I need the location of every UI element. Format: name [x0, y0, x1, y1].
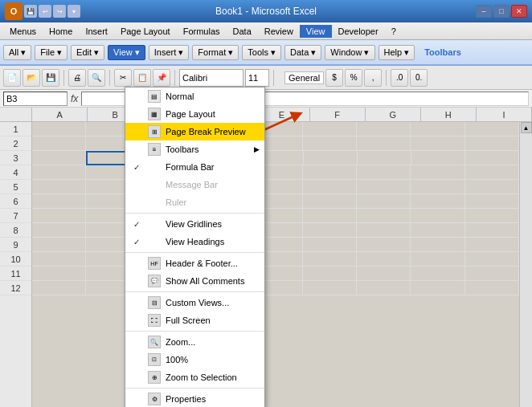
cell-f1[interactable] — [303, 122, 357, 136]
cell-h12[interactable] — [411, 281, 464, 295]
cell-a5[interactable] — [32, 180, 86, 194]
cell-i3[interactable] — [465, 151, 519, 165]
name-box[interactable]: B3 — [3, 92, 68, 106]
cell-h7[interactable] — [411, 209, 464, 223]
menu-item-zoom100[interactable]: ⊡ 100% — [125, 351, 264, 368]
cell-f11[interactable] — [303, 267, 357, 281]
menu-item-show-comments[interactable]: 💬 Show All Comments — [125, 272, 264, 290]
cell-f3[interactable] — [304, 151, 358, 165]
menu-page-layout[interactable]: Page Layout — [114, 25, 177, 38]
ribbon-format[interactable]: Format ▾ — [192, 45, 239, 60]
menu-help[interactable]: ? — [385, 25, 403, 38]
col-header-h[interactable]: H — [421, 108, 477, 121]
undo-icon[interactable]: ↩ — [39, 5, 51, 18]
cell-g6[interactable] — [357, 194, 411, 209]
cell-a11[interactable] — [32, 267, 86, 281]
cell-i10[interactable] — [465, 252, 519, 267]
office-button[interactable]: O — [5, 2, 23, 20]
scroll-up-btn[interactable]: ▲ — [521, 122, 532, 133]
menu-item-normal[interactable]: ▤ Normal — [125, 88, 264, 105]
cell-f10[interactable] — [303, 252, 357, 267]
redo-icon[interactable]: ↪ — [53, 5, 66, 18]
cell-a2[interactable] — [32, 136, 86, 151]
cell-h1[interactable] — [411, 122, 464, 136]
menu-data[interactable]: Data — [227, 25, 258, 38]
ribbon-view[interactable]: View ▾ — [108, 45, 145, 60]
cell-f12[interactable] — [303, 281, 357, 295]
menu-item-view-gridlines[interactable]: ✓ View Gridlines — [125, 215, 264, 233]
menu-insert[interactable]: Insert — [79, 25, 114, 38]
cell-a4[interactable] — [32, 165, 86, 180]
cut-btn[interactable]: ✂ — [114, 69, 132, 87]
cell-a10[interactable] — [32, 252, 86, 267]
col-header-f[interactable]: F — [310, 108, 366, 121]
ribbon-file[interactable]: File ▾ — [35, 45, 68, 60]
minimize-button[interactable]: – — [476, 5, 492, 18]
ribbon-insert[interactable]: Insert ▾ — [149, 45, 190, 60]
menu-review[interactable]: Review — [258, 25, 300, 38]
menu-item-toolbars[interactable]: ≡ Toolbars ▶ — [125, 140, 264, 158]
cell-g5[interactable] — [357, 180, 411, 194]
cell-h10[interactable] — [411, 252, 464, 267]
increase-decimal-btn[interactable]: .0 — [391, 69, 408, 87]
menu-home[interactable]: Home — [43, 25, 79, 38]
cell-g12[interactable] — [357, 281, 411, 295]
cell-i9[interactable] — [465, 238, 519, 252]
cell-g2[interactable] — [357, 136, 411, 151]
menu-view[interactable]: View — [300, 25, 332, 38]
cell-a8[interactable] — [32, 223, 86, 238]
open-btn[interactable]: 📂 — [23, 69, 40, 87]
cell-h9[interactable] — [411, 238, 464, 252]
menu-item-properties[interactable]: ⚙ Properties — [125, 390, 264, 407]
col-header-g[interactable]: G — [366, 108, 421, 121]
cell-h11[interactable] — [411, 267, 464, 281]
cell-f5[interactable] — [303, 180, 357, 194]
cell-i4[interactable] — [465, 165, 519, 180]
cell-i6[interactable] — [465, 194, 519, 209]
cell-f7[interactable] — [303, 209, 357, 223]
cell-g1[interactable] — [357, 122, 411, 136]
maximize-button[interactable]: □ — [493, 5, 509, 18]
comma-btn[interactable]: , — [364, 69, 382, 87]
cell-f4[interactable] — [303, 165, 357, 180]
ribbon-data[interactable]: Data ▾ — [284, 45, 321, 60]
menu-item-zoom-selection[interactable]: ⊕ Zoom to Selection — [125, 368, 264, 386]
vertical-scrollbar[interactable]: ▲ ▼ — [519, 122, 532, 407]
number-format-box[interactable]: General — [284, 71, 324, 84]
ribbon-window[interactable]: Window ▾ — [325, 45, 374, 60]
dollar-btn[interactable]: $ — [325, 69, 343, 87]
menu-item-view-headings[interactable]: ✓ View Headings — [125, 233, 264, 250]
ribbon-edit[interactable]: Edit ▾ — [71, 45, 104, 60]
menu-formulas[interactable]: Formulas — [177, 25, 227, 38]
save-btn[interactable]: 💾 — [42, 69, 59, 87]
menu-item-zoom[interactable]: 🔍 Zoom... — [125, 333, 264, 351]
cell-f8[interactable] — [303, 223, 357, 238]
menu-item-ruler[interactable]: Ruler — [125, 193, 264, 211]
cell-g8[interactable] — [357, 223, 411, 238]
ribbon-tools[interactable]: Tools ▾ — [242, 45, 281, 60]
print-btn[interactable]: 🖨 — [68, 69, 86, 87]
cell-a3[interactable] — [32, 151, 86, 165]
decrease-decimal-btn[interactable]: 0. — [410, 69, 428, 87]
new-btn[interactable]: 📄 — [3, 69, 21, 87]
cell-h8[interactable] — [411, 223, 464, 238]
cell-i1[interactable] — [465, 122, 519, 136]
cell-g11[interactable] — [357, 267, 411, 281]
menu-item-message-bar[interactable]: Message Bar — [125, 176, 264, 193]
cell-g7[interactable] — [357, 209, 411, 223]
menu-item-custom-views[interactable]: ⊟ Custom Views... — [125, 294, 264, 311]
cell-h6[interactable] — [411, 194, 464, 209]
percent-btn[interactable]: % — [345, 69, 362, 87]
cell-a6[interactable] — [32, 194, 86, 209]
cell-f2[interactable] — [303, 136, 357, 151]
cell-a9[interactable] — [32, 238, 86, 252]
cell-g4[interactable] — [357, 165, 411, 180]
customize-icon[interactable]: ▾ — [68, 5, 80, 18]
cell-i8[interactable] — [465, 223, 519, 238]
copy-btn[interactable]: 📋 — [133, 69, 151, 87]
cell-f9[interactable] — [303, 238, 357, 252]
cell-g3[interactable] — [358, 151, 411, 165]
col-header-i[interactable]: I — [477, 108, 532, 121]
cell-f6[interactable] — [303, 194, 357, 209]
menu-item-page-break-preview[interactable]: ⊞ Page Break Preview — [125, 123, 264, 140]
